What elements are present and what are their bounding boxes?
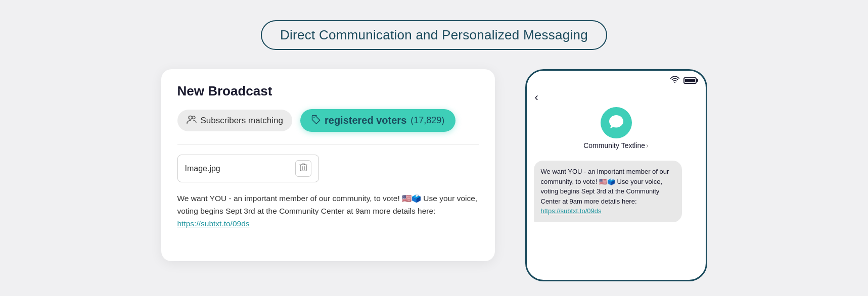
page-title: Direct Communication and Personalized Me…	[261, 20, 607, 50]
svg-point-1	[192, 116, 195, 119]
status-bar	[527, 71, 706, 87]
subscribers-pill: Subscribers matching	[177, 110, 292, 131]
message-bubble-text: We want YOU - an important member of our…	[541, 168, 669, 205]
broadcast-message-body: We want YOU - an important member of our…	[177, 192, 479, 230]
subscribers-icon	[187, 115, 197, 126]
subscribers-row: Subscribers matching registered voters (…	[177, 109, 479, 132]
chat-icon	[608, 114, 624, 131]
broadcast-card-title: New Broadcast	[177, 83, 479, 99]
tag-icon	[311, 115, 321, 126]
battery-icon	[683, 77, 697, 84]
image-field: Image.jpg	[177, 155, 319, 182]
delete-image-button[interactable]	[295, 160, 311, 177]
wifi-icon	[670, 76, 679, 85]
phone-mockup: ‹ Community Textline › We want YOU - an …	[525, 69, 707, 281]
broadcast-card: New Broadcast Subscribers matching	[161, 69, 495, 261]
tag-label: registered voters	[325, 115, 406, 126]
tag-count: (17,829)	[410, 115, 444, 126]
message-bubble-link[interactable]: https://subtxt.to/09ds	[541, 207, 602, 215]
image-filename: Image.jpg	[185, 164, 220, 173]
svg-point-7	[674, 82, 675, 83]
subscribers-label: Subscribers matching	[201, 116, 283, 126]
phone-header: ‹ Community Textline ›	[527, 87, 706, 156]
contact-name-row: Community Textline ›	[583, 141, 649, 150]
main-content: New Broadcast Subscribers matching	[30, 69, 838, 281]
contact-name: Community Textline	[583, 141, 645, 150]
chat-messages: We want YOU - an important member of our…	[527, 156, 706, 280]
broadcast-message-link[interactable]: https://subtxt.to/09ds	[177, 219, 250, 228]
contact-arrow: ›	[646, 141, 649, 150]
chat-avatar	[601, 107, 632, 138]
svg-point-2	[313, 117, 314, 118]
svg-rect-3	[300, 165, 306, 171]
back-button[interactable]: ‹	[535, 91, 538, 104]
svg-point-0	[189, 116, 192, 119]
tag-pill[interactable]: registered voters (17,829)	[300, 109, 455, 132]
divider	[177, 144, 479, 144]
broadcast-message-text: We want YOU - an important member of our…	[177, 194, 478, 215]
message-bubble: We want YOU - an important member of our…	[534, 161, 682, 222]
